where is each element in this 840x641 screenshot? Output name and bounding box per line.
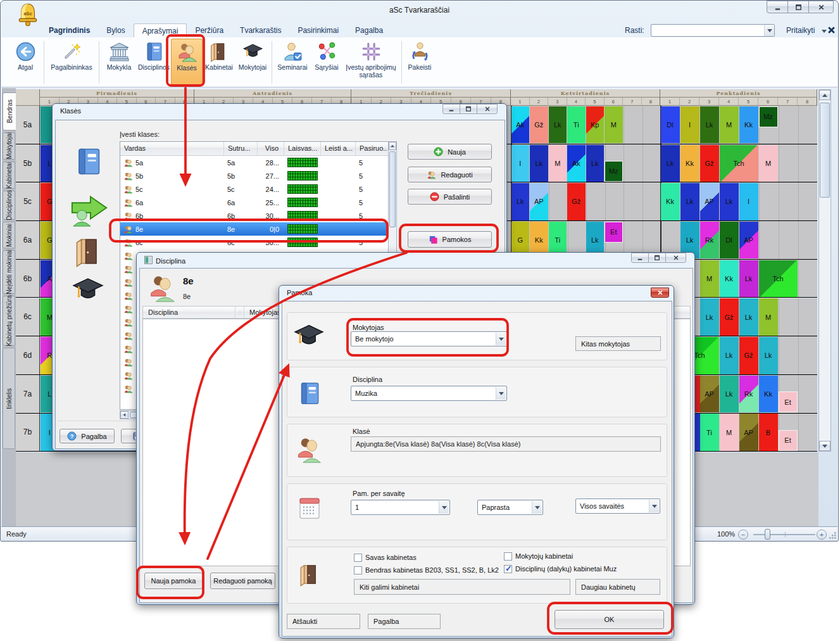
column-header[interactable]: Disciplina <box>143 307 235 318</box>
ok-button[interactable]: OK <box>555 610 664 629</box>
zoom-slider-thumb[interactable] <box>765 529 770 540</box>
lesson-cell-et[interactable]: Et <box>779 391 798 412</box>
table-row-6c[interactable]: 6c6c30...5 <box>120 236 396 249</box>
toolbar-button-pakeisti[interactable]: Pakeisti <box>404 39 436 86</box>
menu-tab-peržiūra[interactable]: Peržiūra <box>187 23 232 37</box>
scroll-down-icon[interactable] <box>819 441 831 451</box>
zoom-in-button[interactable]: + <box>817 530 827 540</box>
lesson-cell-i[interactable]: I <box>511 145 530 182</box>
lesson-cell-gž[interactable]: Gž <box>530 106 548 144</box>
maximize-button[interactable] <box>460 104 477 114</box>
menu-tab-tvarkaraštis[interactable]: Tvarkaraštis <box>232 23 289 37</box>
lesson-cell-m[interactable]: M <box>720 414 739 451</box>
table-row-5b[interactable]: 5b5b27...5 <box>120 169 396 182</box>
lesson-cell-kk[interactable]: Kk <box>680 145 699 182</box>
toolbar-button-sąryšiai[interactable]: Sąryšiai <box>311 39 342 86</box>
toolbar-button-mokytojai[interactable]: Mokytojai <box>235 39 270 86</box>
chevron-down-icon[interactable] <box>764 25 774 36</box>
lesson-cell-lk[interactable]: Lk <box>739 298 758 336</box>
row-header-6d[interactable]: 6d <box>16 336 40 375</box>
lesson-cell-ap[interactable]: AP <box>530 183 548 220</box>
zoom-out-button[interactable]: − <box>738 530 748 540</box>
import-arrow-icon[interactable] <box>69 188 110 227</box>
subject-rooms-checkbox[interactable]: Disciplinų (dalykų) kabinetai Muz <box>504 565 617 573</box>
more-rooms-button[interactable]: Daugiau kabinetų <box>575 579 660 595</box>
chevron-down-icon[interactable] <box>496 333 506 345</box>
toolbar-button-klasės[interactable]: Klasės <box>171 39 203 86</box>
scrollbar-thumb[interactable] <box>389 151 396 227</box>
search-close-icon[interactable] <box>827 25 836 34</box>
side-tab-kabinetų-priežiūra[interactable]: Kabinetų priežiūra <box>3 296 15 346</box>
lesson-cell-lk[interactable]: Lk <box>530 145 548 182</box>
weeks-select[interactable]: Visos savaitės <box>575 498 660 514</box>
side-tab-bendras[interactable]: Bendras <box>3 92 16 130</box>
resize-grip[interactable] <box>828 531 837 542</box>
table-row-5a[interactable]: 5a5a28...5 <box>120 156 396 169</box>
teacher-select[interactable]: Be mokytojo <box>351 331 507 346</box>
lessons-button[interactable]: Pamokos <box>408 231 492 248</box>
chevron-down-icon[interactable] <box>496 387 506 400</box>
checkbox-icon[interactable] <box>504 552 512 561</box>
side-tab-kabinetai[interactable]: Kabinetai <box>3 162 15 189</box>
apply-button[interactable]: Pritaikyti <box>786 26 815 35</box>
cancel-button[interactable]: Atšaukti <box>287 614 360 629</box>
lesson-cell-ti[interactable]: Ti <box>700 414 719 451</box>
lesson-cell-lk[interactable]: Lk <box>720 376 739 413</box>
side-tab-neįdėti-mokiniai[interactable]: Neįdėti mokiniai <box>3 250 15 294</box>
lesson-cell-ap[interactable]: AP <box>739 222 758 259</box>
lesson-cell-lk[interactable]: Lk <box>739 260 758 298</box>
lesson-cell-ap[interactable]: AP <box>739 414 758 451</box>
toolbar-button-kabinetai[interactable]: Kabinetai <box>203 39 235 86</box>
close-button[interactable] <box>651 288 669 298</box>
lesson-cell-gž[interactable]: Gž <box>700 145 719 182</box>
lesson-cell-ak[interactable]: Ak <box>567 145 586 182</box>
toolbar-button-seminarai[interactable]: Seminarai <box>274 39 311 86</box>
lesson-cell-mz[interactable]: Mz <box>759 106 778 127</box>
lesson-cell-kk[interactable]: Kk <box>661 183 680 220</box>
other-teacher-button[interactable]: Kitas mokytojas <box>575 336 661 351</box>
lesson-cell-ak[interactable]: Ak <box>511 106 530 144</box>
table-row-6b[interactable]: 6b6b30...5 <box>120 209 396 222</box>
lesson-cell-gž[interactable]: Gž <box>567 183 586 220</box>
lesson-cell-ap[interactable]: AP <box>700 376 719 413</box>
lesson-cell-tch[interactable]: Tch <box>720 145 758 182</box>
checkbox-icon[interactable] <box>354 566 362 574</box>
help-button[interactable]: Pagalba <box>368 614 441 629</box>
side-tab-mokiniai[interactable]: Mokiniai <box>3 222 15 248</box>
lesson-cell-b[interactable]: B <box>759 414 778 451</box>
lesson-cell-i[interactable]: I <box>739 183 758 220</box>
lesson-cell-lk[interactable]: Lk <box>700 106 719 144</box>
row-header-5b[interactable]: 5b <box>16 144 40 183</box>
close-button[interactable] <box>477 104 498 114</box>
column-header-sutru[interactable]: Sutru... <box>224 142 258 155</box>
row-header-5a[interactable]: 5a <box>16 106 40 144</box>
sort-column[interactable] <box>235 307 244 318</box>
toolbar-button-pagalbininkas[interactable]: Pagalbininkas <box>46 39 97 86</box>
checkbox-icon[interactable] <box>354 554 362 562</box>
lesson-cell-lk[interactable]: Lk <box>720 183 739 220</box>
timetable-vertical-scrollbar[interactable] <box>818 89 831 452</box>
toolbar-button-mokykla[interactable]: Mokykla <box>101 39 137 86</box>
lesson-cell-i[interactable]: I <box>680 106 699 144</box>
edit-class-button[interactable]: Redaguoti <box>408 167 492 182</box>
class-value-field[interactable]: Apjungta:8e(Visa klasė) 8a(Visa klasė) 8… <box>351 436 661 452</box>
lesson-cell-rk[interactable]: Rk <box>700 222 719 259</box>
lesson-cell-gž[interactable]: Gž <box>720 298 739 336</box>
lesson-cell-dl[interactable]: Dl <box>720 222 739 259</box>
lesson-cell-m[interactable]: M <box>759 298 778 336</box>
lesson-cell-kk[interactable]: Kk <box>759 376 778 413</box>
other-rooms-button[interactable]: Kiti galimi kabinetai <box>354 579 570 595</box>
menu-tab-pasirinkimai[interactable]: Pasirinkimai <box>289 23 347 37</box>
column-header-leisti-a[interactable]: Leisti a... <box>321 142 356 155</box>
lesson-cell-m[interactable]: M <box>759 145 778 182</box>
column-header-pasiruo[interactable]: Pasiruo.. <box>356 142 389 155</box>
menu-tab-pagalba[interactable]: Pagalba <box>347 23 391 37</box>
lesson-cell-m[interactable]: M <box>700 260 719 298</box>
row-header-7b[interactable]: 7b <box>16 414 40 452</box>
table-row-8e[interactable]: 8e8e0|0 <box>120 222 396 236</box>
lesson-cell-lk[interactable]: Lk <box>720 337 739 374</box>
per-week-count-select[interactable]: 1 <box>351 500 450 515</box>
menu-tab-aprašymai[interactable]: Aprašymai <box>134 23 187 37</box>
teachers-rooms-checkbox[interactable]: Mokytojų kabinetai <box>504 552 573 561</box>
scroll-up-icon[interactable] <box>389 142 396 150</box>
